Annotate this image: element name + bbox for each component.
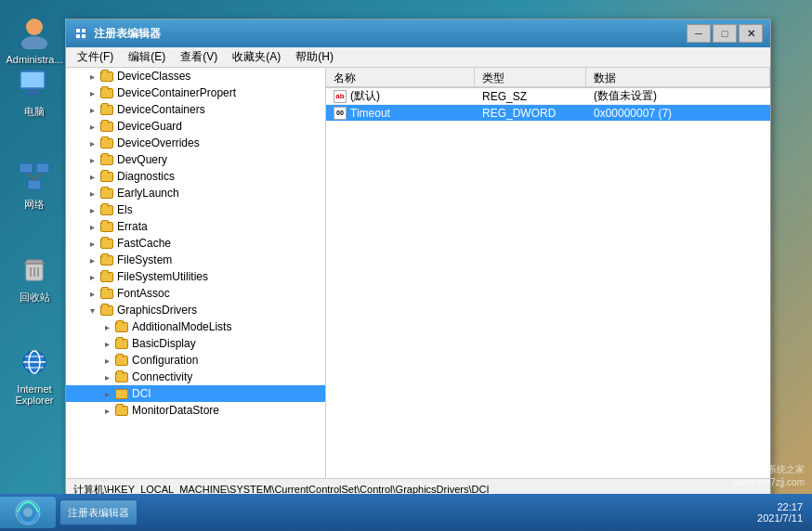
tree-item-FastCache[interactable]: ▸FastCache: [66, 235, 325, 252]
svg-rect-18: [76, 29, 80, 32]
tree-item-DeviceOverrides[interactable]: ▸DeviceOverrides: [66, 135, 325, 151]
tree-item-Configuration[interactable]: ▸Configuration: [66, 352, 325, 369]
tree-item-DeviceClasses[interactable]: ▸DeviceClasses: [66, 68, 325, 84]
tree-item-Errata[interactable]: ▸Errata: [66, 218, 325, 235]
tree-expand-FileSystem[interactable]: ▸: [85, 253, 99, 267]
tree-expand-BasicDisplay[interactable]: ▸: [99, 336, 114, 351]
menu-edit[interactable]: 编辑(E): [121, 47, 173, 67]
computer-icon: [16, 65, 53, 102]
tree-item-Diagnostics[interactable]: ▸Diagnostics: [66, 168, 325, 185]
menu-favorites[interactable]: 收藏夹(A): [225, 47, 288, 67]
tree-expand-DeviceContainerPropert[interactable]: ▸: [85, 85, 99, 100]
tree-label-DeviceGuard: DeviceGuard: [117, 120, 182, 133]
tree-expand-Connectivity[interactable]: ▸: [99, 369, 114, 384]
tree-expand-DeviceGuard[interactable]: ▸: [85, 119, 99, 134]
col-header-type[interactable]: 类型: [475, 68, 586, 86]
cell-type-0: REG_SZ: [475, 89, 586, 104]
taskbar-window-label: 注册表编辑器: [68, 506, 129, 520]
ie-label: Internet Explorer: [16, 383, 54, 406]
svg-rect-7: [36, 163, 49, 173]
table-header: 名称 类型 数据: [326, 68, 770, 88]
right-panel: 名称 类型 数据 ab(默认)REG_SZ(数值未设置)00TimeoutREG…: [326, 68, 770, 478]
tree-item-DevQuery[interactable]: ▸DevQuery: [66, 151, 325, 168]
tree-expand-DCI[interactable]: ▸: [99, 386, 114, 401]
tree-item-GraphicsDrivers[interactable]: ▾GraphicsDrivers: [66, 302, 325, 318]
tree-expand-FontAssoc[interactable]: ▸: [85, 286, 99, 301]
tree-label-AdditionalModeLists: AdditionalModeLists: [132, 320, 231, 333]
tree-item-MonitorDataStore[interactable]: ▸MonitorDataStore: [66, 402, 325, 419]
taskbar-window-button[interactable]: 注册表编辑器: [59, 499, 138, 525]
tree-item-BasicDisplay[interactable]: ▸BasicDisplay: [66, 335, 325, 352]
tree-item-Connectivity[interactable]: ▸Connectivity: [66, 369, 325, 385]
table-row[interactable]: 00TimeoutREG_DWORD0x00000007 (7): [326, 105, 770, 122]
desktop-icon-admin[interactable]: Administra...: [5, 14, 64, 65]
tree-item-DeviceContainerPropert[interactable]: ▸DeviceContainerPropert: [66, 84, 325, 101]
col-header-data[interactable]: 数据: [586, 68, 770, 86]
table-body[interactable]: ab(默认)REG_SZ(数值未设置)00TimeoutREG_DWORD0x0…: [326, 88, 770, 478]
folder-icon-DeviceGuard: [99, 120, 114, 133]
tree-item-DeviceGuard[interactable]: ▸DeviceGuard: [66, 118, 325, 135]
taskbar-clock: 22:17 2021/7/11: [748, 501, 812, 524]
folder-icon-Diagnostics: [99, 170, 114, 183]
dword-icon: 00: [334, 107, 347, 120]
ab-icon: ab: [334, 90, 347, 103]
cell-name-text-0: (默认): [350, 88, 380, 104]
tree-item-DCI[interactable]: ▸DCI: [66, 385, 325, 402]
tree-label-BasicDisplay: BasicDisplay: [132, 337, 196, 350]
tree-item-EarlyLaunch[interactable]: ▸EarlyLaunch: [66, 185, 325, 201]
cell-name-1: 00Timeout: [326, 106, 475, 121]
tree-expand-MonitorDataStore[interactable]: ▸: [99, 403, 114, 418]
close-button[interactable]: ✕: [739, 24, 763, 43]
tree-expand-Els[interactable]: ▸: [85, 202, 99, 217]
desktop-icon-recycle[interactable]: 回收站: [5, 251, 64, 304]
tree-expand-Configuration[interactable]: ▸: [99, 353, 114, 368]
col-header-name[interactable]: 名称: [326, 68, 475, 86]
tree-expand-EarlyLaunch[interactable]: ▸: [85, 186, 99, 201]
start-button[interactable]: [0, 497, 56, 528]
menu-help[interactable]: 帮助(H): [288, 47, 341, 67]
desktop-icon-computer[interactable]: 电脑: [5, 65, 64, 119]
folder-icon-DCI: [114, 387, 129, 400]
maximize-button[interactable]: □: [713, 24, 737, 43]
tree-expand-AdditionalModeLists[interactable]: ▸: [99, 319, 114, 334]
tree-expand-FileSystemUtilities[interactable]: ▸: [85, 269, 99, 284]
tree-expand-GraphicsDrivers[interactable]: ▾: [85, 303, 99, 317]
folder-icon-BasicDisplay: [114, 337, 129, 350]
window-controls: ─ □ ✕: [687, 24, 763, 43]
tree-label-DCI: DCI: [132, 387, 151, 400]
svg-rect-3: [21, 72, 44, 87]
table-row[interactable]: ab(默认)REG_SZ(数值未设置): [326, 88, 770, 105]
ie-icon: [16, 343, 53, 381]
menu-view[interactable]: 查看(V): [173, 47, 225, 67]
clock-time: 22:17: [757, 501, 803, 512]
folder-icon-FileSystemUtilities: [99, 270, 114, 283]
watermark: Win7系统之家 www.win7zjj.com: [734, 463, 805, 489]
tree-expand-DeviceContainers[interactable]: ▸: [85, 102, 99, 117]
tree-item-Els[interactable]: ▸Els: [66, 201, 325, 218]
tree-expand-Diagnostics[interactable]: ▸: [85, 169, 99, 184]
folder-icon-Configuration: [114, 354, 129, 367]
main-content: ▸DeviceClasses▸DeviceContainerPropert▸De…: [66, 68, 770, 478]
desktop-icon-ie[interactable]: Internet Explorer: [5, 343, 64, 406]
tree-panel[interactable]: ▸DeviceClasses▸DeviceContainerPropert▸De…: [66, 68, 326, 478]
tree-label-DeviceOverrides: DeviceOverrides: [117, 136, 200, 149]
tree-expand-DeviceOverrides[interactable]: ▸: [85, 136, 99, 150]
svg-rect-4: [29, 89, 36, 93]
tree-item-FontAssoc[interactable]: ▸FontAssoc: [66, 285, 325, 302]
desktop-icon-network[interactable]: 网络: [5, 158, 64, 212]
tree-expand-Errata[interactable]: ▸: [85, 219, 99, 234]
tree-expand-DeviceClasses[interactable]: ▸: [85, 69, 99, 84]
tree-item-AdditionalModeLists[interactable]: ▸AdditionalModeLists: [66, 318, 325, 335]
minimize-button[interactable]: ─: [687, 24, 711, 43]
svg-rect-20: [76, 34, 80, 38]
menu-file[interactable]: 文件(F): [70, 47, 121, 67]
tree-item-FileSystem[interactable]: ▸FileSystem: [66, 252, 325, 268]
desktop: Administra... 电脑 网络: [0, 0, 812, 531]
recycle-label: 回收站: [20, 291, 50, 304]
tree-item-FileSystemUtilities[interactable]: ▸FileSystemUtilities: [66, 268, 325, 285]
folder-icon-EarlyLaunch: [99, 187, 114, 200]
tree-expand-FastCache[interactable]: ▸: [85, 236, 99, 251]
tree-expand-DevQuery[interactable]: ▸: [85, 152, 99, 167]
tree-label-FileSystem: FileSystem: [117, 253, 172, 266]
tree-item-DeviceContainers[interactable]: ▸DeviceContainers: [66, 101, 325, 118]
